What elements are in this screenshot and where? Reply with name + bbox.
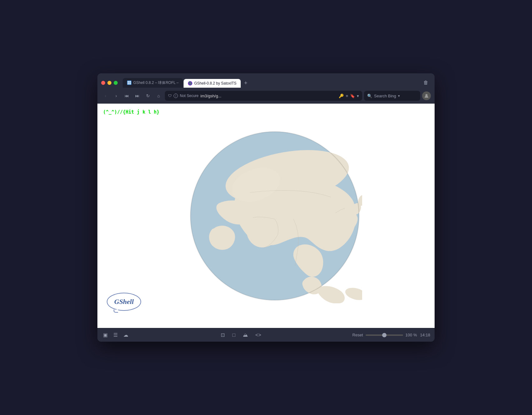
sidebar-toggle-icon[interactable]: ▣ [102,331,109,339]
time-display: 14:18 [420,333,430,337]
search-placeholder: Search Bing [374,94,396,98]
bottom-center-icons: ⊡ □ ⛰ <> [133,331,349,339]
camera-icon[interactable]: ⊡ [219,331,226,339]
bottom-left-icons: ▣ ☰ ☁ [102,331,130,339]
zoom-percent: 100 % [406,333,417,337]
forward-button[interactable]: › [112,91,121,100]
page-content: (^_^)//{Hit j k l h} [97,104,435,328]
maximize-button[interactable] [114,81,118,85]
bottom-right-controls: Reset 100 % 14:18 [352,333,430,337]
url-display: im3/gsh/g... [200,94,337,98]
columns-icon[interactable]: ☰ [112,331,119,339]
zoom-thumb[interactable] [382,333,387,337]
zoom-slider[interactable] [366,334,403,336]
toolbar: ‹ › ⏮ ⏭ ↻ ⌂ 🛡 i Not Secure im3/gsh/g... … [97,89,435,104]
bookmark-arrow-icon[interactable]: ▾ [357,94,359,98]
tab-gshell-rofl[interactable]: GShell 0.8.2 – 球体ROFL – [123,78,183,88]
svg-point-4 [344,286,362,302]
search-icon: 🔍 [367,94,372,98]
gshell-logo-text: GShell [114,298,134,305]
not-secure-label: Not Secure [180,94,199,98]
address-bar[interactable]: 🛡 i Not Secure im3/gsh/g... 🔑 ≡ 🔖 ▾ [165,91,362,101]
shield-icon: 🛡 [168,94,172,98]
close-button[interactable] [101,81,105,85]
skip-back-button[interactable]: ⏮ [122,91,131,100]
bookmark-icon[interactable]: 🔖 [350,94,355,98]
back-button[interactable]: ‹ [101,91,110,100]
bottom-bar: ▣ ☰ ☁ ⊡ □ ⛰ <> Reset 100 % 14:18 [97,328,435,342]
new-tab-button[interactable]: + [241,79,250,88]
search-dropdown-icon[interactable]: ▾ [398,94,400,98]
window-icon[interactable]: □ [231,332,237,339]
trash-button[interactable]: 🗑 [421,79,431,87]
search-bar[interactable]: 🔍 Search Bing ▾ [364,91,420,101]
image-icon[interactable]: ⛰ [242,332,249,339]
skip-forward-button[interactable]: ⏭ [133,91,142,100]
user-avatar[interactable] [422,91,431,100]
tab-favicon-gecko: 🦎 [188,81,192,85]
key-icon[interactable]: 🔑 [339,94,344,98]
home-button[interactable]: ⌂ [154,91,163,100]
gshell-logo: GShell [107,293,141,311]
traffic-lights [101,81,118,85]
info-icon[interactable]: i [174,94,178,98]
browser-window: GShell 0.8.2 – 球体ROFL – 🦎 GShell-0.8.2 b… [97,73,435,342]
gshell-bubble: GShell [107,293,141,311]
globe-visualization [187,129,362,303]
title-bar: GShell 0.8.2 – 球体ROFL – 🦎 GShell-0.8.2 b… [97,73,435,89]
cloud-icon[interactable]: ☁ [122,331,130,339]
code-icon[interactable]: <> [254,332,263,339]
tab-label-1: GShell 0.8.2 – 球体ROFL – [133,80,179,85]
reload-button[interactable]: ↻ [144,91,152,100]
ascii-art-text: (^_^)//{Hit j k l h} [103,109,160,115]
tab-label-2: GShell-0.8.2 by SatoxITS [194,81,236,85]
menu-icon[interactable]: ≡ [346,94,348,98]
reset-button[interactable]: Reset [352,333,363,337]
tab-favicon-qr [127,81,131,85]
tabs-container: GShell 0.8.2 – 球体ROFL – 🦎 GShell-0.8.2 b… [123,78,418,88]
url-icons: 🔑 ≡ 🔖 ▾ [339,94,359,98]
zoom-controls: Reset 100 % [352,333,417,337]
tab-gshell-satox[interactable]: 🦎 GShell-0.8.2 by SatoxITS [184,79,241,88]
minimize-button[interactable] [107,81,111,85]
